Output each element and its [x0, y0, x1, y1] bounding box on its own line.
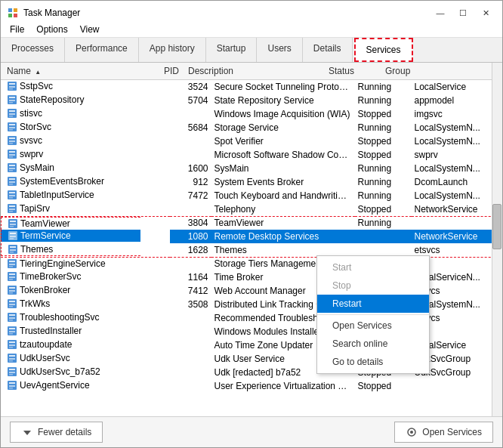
cell-status: Stopped	[355, 148, 412, 162]
context-menu-open-services[interactable]: Open Services	[317, 317, 429, 335]
bottom-bar: Fewer details Open Services	[1, 416, 502, 447]
title-bar-left: Task Manager	[7, 7, 80, 19]
window-controls: — ☐ ✕	[430, 5, 496, 20]
table-row[interactable]: swprv Microsoft Software Shadow Copy Pr.…	[1, 148, 502, 162]
cell-desc: Storage Service	[211, 121, 355, 134]
fewer-details-button[interactable]: Fewer details	[10, 422, 103, 443]
scrollbar[interactable]	[492, 63, 502, 416]
menu-bar: File Options View	[1, 22, 502, 38]
col-header-status[interactable]: Status	[326, 64, 382, 78]
svg-rect-25	[9, 151, 15, 153]
tab-app-history[interactable]: App history	[139, 38, 206, 62]
table-row[interactable]: svsvc Spot Verifier Stopped LocalSystemN…	[1, 134, 502, 148]
table-row[interactable]: StateRepository 5704 State Repository Se…	[1, 94, 502, 107]
table-row[interactable]: TeamViewer 3804 TeamViewer Running	[1, 216, 502, 230]
cell-pid	[170, 338, 211, 352]
context-menu-sep1	[317, 314, 429, 315]
svg-rect-73	[9, 314, 15, 316]
cell-name: TokenBroker	[1, 284, 140, 296]
menu-view[interactable]: View	[74, 22, 106, 37]
svg-rect-57	[9, 261, 15, 262]
svg-rect-59	[9, 266, 13, 267]
table-row[interactable]: stisvc Windows Image Acquisition (WIA) S…	[1, 107, 502, 121]
svg-rect-27	[9, 156, 13, 158]
cell-pid	[170, 257, 211, 270]
cell-group: LocalSystemN...	[412, 162, 502, 175]
minimize-button[interactable]: —	[430, 5, 451, 20]
table-row[interactable]: StorSvc 5684 Storage Service Running Loc…	[1, 121, 502, 134]
context-menu-stop[interactable]: Stop	[317, 277, 429, 295]
svg-rect-54	[10, 249, 16, 251]
tab-services[interactable]: Services	[354, 38, 413, 62]
open-services-button[interactable]: Open Services	[394, 422, 493, 443]
cell-name: SysMain	[1, 162, 140, 174]
tab-bar: Processes Performance App history Startu…	[1, 38, 502, 63]
col-header-pid[interactable]: PID	[140, 64, 182, 78]
close-button[interactable]: ✕	[475, 5, 496, 20]
table-row[interactable]: TapiSrv Telephony Stopped NetworkService	[1, 202, 502, 216]
svg-rect-6	[9, 86, 15, 88]
tab-details[interactable]: Details	[303, 38, 353, 62]
cell-desc: Touch Keyboard and Handwriting Pa...	[211, 189, 355, 202]
table-row[interactable]: UevAgentService User Experience Virtuali…	[1, 379, 502, 393]
svg-rect-5	[9, 83, 15, 85]
col-header-name[interactable]: Name ▲	[1, 64, 140, 78]
task-manager-window: Task Manager — ☐ ✕ File Options View Pro…	[0, 0, 503, 448]
open-services-icon	[406, 426, 418, 438]
svg-rect-87	[9, 360, 13, 362]
cell-desc: TeamViewer	[211, 216, 355, 230]
menu-file[interactable]: File	[4, 22, 30, 37]
svg-rect-11	[9, 102, 13, 104]
cell-status: Running	[355, 80, 412, 94]
cell-group: DcomLaunch	[412, 175, 502, 189]
context-menu-start[interactable]: Start	[317, 258, 429, 277]
cell-pid	[170, 202, 211, 216]
col-header-desc[interactable]: Description	[182, 64, 326, 78]
cell-pid	[170, 311, 211, 325]
svg-rect-0	[8, 8, 12, 12]
menu-options[interactable]: Options	[30, 22, 73, 37]
cell-pid: 1080	[170, 230, 211, 243]
cell-pid: 1164	[170, 270, 211, 284]
svg-rect-19	[9, 129, 13, 131]
cell-pid	[170, 379, 211, 393]
table-row[interactable]: SysMain 1600 SysMain Running LocalSystem…	[1, 162, 502, 175]
cell-desc: Spot Verifier	[211, 134, 355, 148]
svg-rect-43	[9, 211, 13, 212]
table-row[interactable]: SystemEventsBroker 912 System Events Bro…	[1, 175, 502, 189]
svg-rect-39	[9, 197, 13, 199]
scrollbar-thumb[interactable]	[492, 204, 501, 249]
cell-group: swprv	[412, 148, 502, 162]
context-menu: Start Stop Restart Open Services Search …	[316, 255, 430, 374]
cell-name: StorSvc	[1, 121, 140, 133]
cell-pid	[170, 134, 211, 148]
tab-performance[interactable]: Performance	[65, 38, 139, 62]
tab-processes[interactable]: Processes	[1, 38, 65, 62]
svg-rect-91	[9, 374, 13, 375]
svg-rect-67	[9, 292, 13, 294]
svg-rect-1	[14, 8, 17, 12]
svg-rect-37	[9, 192, 15, 193]
svg-rect-50	[10, 236, 16, 237]
cell-pid	[170, 366, 211, 379]
context-menu-go-to-details[interactable]: Go to details	[317, 353, 429, 371]
cell-desc: Secure Socket Tunneling Protocol Se...	[211, 80, 355, 94]
cell-group: LocalSystemN...	[412, 121, 502, 134]
open-services-label: Open Services	[422, 427, 482, 437]
context-menu-search-online[interactable]: Search online	[317, 335, 429, 353]
cell-pid: 7472	[170, 189, 211, 202]
cell-status: Running	[355, 189, 412, 202]
table-row[interactable]: TermService 1080 Remote Desktop Services…	[1, 230, 502, 243]
cell-group: NetworkService	[412, 202, 502, 216]
col-header-group[interactable]: Group	[382, 64, 473, 78]
maximize-button[interactable]: ☐	[452, 5, 474, 20]
svg-rect-29	[9, 165, 15, 166]
svg-rect-90	[9, 372, 15, 373]
context-menu-restart[interactable]: Restart	[317, 295, 429, 313]
tab-users[interactable]: Users	[257, 38, 302, 62]
table-row[interactable]: TabletInputService 7472 Touch Keyboard a…	[1, 189, 502, 202]
fewer-details-label: Fewer details	[38, 427, 91, 437]
table-row[interactable]: SstpSvc 3524 Secure Socket Tunneling Pro…	[1, 80, 502, 94]
cell-name: UdkUserSvc_b7a52	[1, 366, 140, 378]
tab-startup[interactable]: Startup	[206, 38, 258, 62]
